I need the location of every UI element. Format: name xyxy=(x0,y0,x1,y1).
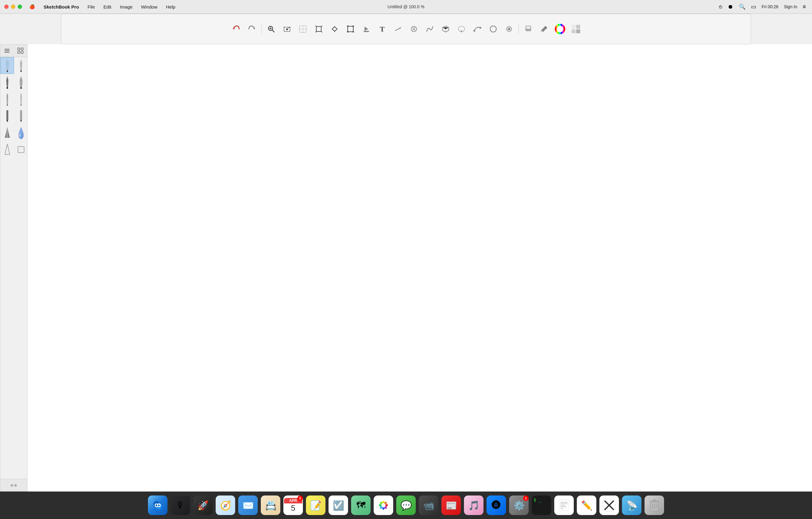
svg-rect-54 xyxy=(21,51,23,53)
svg-point-35 xyxy=(480,27,481,29)
dock-finder[interactable] xyxy=(147,495,168,516)
lasso-tool[interactable] xyxy=(455,22,468,36)
maximize-button[interactable] xyxy=(18,5,22,9)
svg-line-15 xyxy=(315,31,316,32)
brush-item-4[interactable] xyxy=(14,74,28,91)
menu-help[interactable]: Help xyxy=(162,3,180,11)
svg-rect-27 xyxy=(364,31,369,32)
brush-item-7[interactable] xyxy=(0,107,14,124)
dock-facetime[interactable]: 📹 xyxy=(418,495,439,516)
svg-marker-62 xyxy=(6,120,8,122)
zoom-tool[interactable] xyxy=(264,22,278,36)
warp-tool[interactable] xyxy=(344,22,357,36)
sign-in[interactable]: Sign In xyxy=(784,4,798,9)
dock-messages[interactable]: 💬 xyxy=(396,495,416,516)
dock-airdrop[interactable]: 📡 xyxy=(621,495,642,516)
dock: 🎙 🚀 🧭 ✉️ 📇 APR 5 5 📝 ☑️ 🗺 xyxy=(0,492,812,519)
palette-button[interactable] xyxy=(569,22,583,36)
search-icon[interactable]: 🔍 xyxy=(739,3,746,10)
curve-tool[interactable] xyxy=(423,22,437,36)
crop-tool[interactable] xyxy=(312,22,326,36)
dock-terminal[interactable]: $ _ xyxy=(531,495,552,516)
color-wheel-button[interactable] xyxy=(553,22,567,36)
dock-siri[interactable]: 🎙 xyxy=(170,495,191,516)
fill-tool[interactable] xyxy=(359,22,373,36)
svg-marker-67 xyxy=(5,144,10,155)
brush-item-8[interactable] xyxy=(14,107,28,124)
select-rect-tool[interactable] xyxy=(280,22,294,36)
dock-contacts[interactable]: 📇 xyxy=(260,495,281,516)
brush-item-6[interactable] xyxy=(14,91,28,107)
menu-edit[interactable]: Edit xyxy=(99,3,116,11)
svg-point-38 xyxy=(508,28,510,30)
menu-image[interactable]: Image xyxy=(116,3,137,11)
svg-rect-22 xyxy=(348,26,353,32)
svg-point-58 xyxy=(20,87,22,89)
layers-button[interactable] xyxy=(521,22,535,36)
brush-tab-list[interactable] xyxy=(0,45,14,57)
dock-sketchbook-x[interactable] xyxy=(599,495,619,516)
canvas[interactable] xyxy=(27,44,812,492)
brush-item-5[interactable] xyxy=(0,91,14,107)
svg-point-75 xyxy=(157,504,157,505)
app-name[interactable]: SketchBook Pro xyxy=(39,3,83,11)
symmetry-tool[interactable] xyxy=(407,22,421,36)
brush-item-11[interactable] xyxy=(0,141,14,158)
apple-menu[interactable]: 🍎 xyxy=(25,3,39,11)
dock-news[interactable]: 📰 xyxy=(441,495,462,516)
dock-sysprefs[interactable]: ⚙️ 1 xyxy=(509,495,529,516)
dock-calendar[interactable]: APR 5 5 xyxy=(283,495,303,516)
magic-select-tool[interactable] xyxy=(296,22,310,36)
menu-extras-icon[interactable]: ≡ xyxy=(803,4,806,10)
dock-music[interactable]: 🎵 xyxy=(463,495,484,516)
brush-panel xyxy=(0,44,27,492)
minimize-button[interactable] xyxy=(11,5,15,9)
airplay-icon[interactable]: ▭ xyxy=(751,3,756,10)
stamp-tool[interactable] xyxy=(502,22,516,36)
dock-textedit[interactable] xyxy=(554,495,574,516)
3d-tool[interactable] xyxy=(439,22,453,36)
transform-tool[interactable] xyxy=(328,22,342,36)
undo-button[interactable] xyxy=(229,22,243,36)
svg-line-16 xyxy=(321,26,322,27)
brush-item-2[interactable] xyxy=(14,57,28,74)
brushes-marker[interactable] xyxy=(537,22,551,36)
circle-tool[interactable] xyxy=(486,22,500,36)
ruler-tool[interactable] xyxy=(391,22,405,36)
brush-item-12[interactable] xyxy=(14,141,28,158)
dock-safari[interactable]: 🧭 xyxy=(215,495,236,516)
document-title: Untitled @ 100.0 % xyxy=(388,4,425,9)
text-tool[interactable]: T xyxy=(375,22,389,36)
close-button[interactable] xyxy=(4,5,8,9)
brush-item-3[interactable] xyxy=(0,74,14,91)
brush-item-1[interactable] xyxy=(0,57,14,74)
dock-launchpad[interactable]: 🚀 xyxy=(193,495,213,516)
dock-reminders[interactable]: ☑️ xyxy=(328,495,349,516)
dock-trash[interactable] xyxy=(644,495,665,516)
toolbar-sep-2 xyxy=(519,24,519,34)
dock-mail[interactable]: ✉️ xyxy=(238,495,258,516)
svg-rect-12 xyxy=(316,27,321,31)
brush-panel-tabs xyxy=(0,45,27,57)
svg-rect-98 xyxy=(653,500,656,501)
redo-button[interactable] xyxy=(245,22,259,36)
svg-line-3 xyxy=(272,30,274,32)
svg-point-59 xyxy=(7,104,8,106)
dock-maps[interactable]: 🗺 xyxy=(350,495,371,516)
brush-item-10[interactable] xyxy=(14,124,28,141)
svg-point-17 xyxy=(333,27,337,31)
dock-photos[interactable] xyxy=(373,495,394,516)
menu-window[interactable]: Window xyxy=(137,3,162,11)
dock-appstore[interactable]: 🅐 xyxy=(486,495,507,516)
dock-notes[interactable]: 📝 xyxy=(305,495,326,516)
svg-point-76 xyxy=(159,504,160,505)
brush-tab-grid[interactable] xyxy=(14,45,27,57)
svg-rect-46 xyxy=(572,29,576,33)
sysprefs-badge: 1 xyxy=(523,495,529,501)
menu-file[interactable]: File xyxy=(83,3,99,11)
brush-item-9[interactable] xyxy=(0,124,14,141)
dock-pencil-app[interactable]: ✏️ xyxy=(576,495,597,516)
stroke-tool[interactable] xyxy=(470,22,484,36)
traffic-lights xyxy=(0,5,25,9)
footer-dot-1 xyxy=(11,484,13,487)
